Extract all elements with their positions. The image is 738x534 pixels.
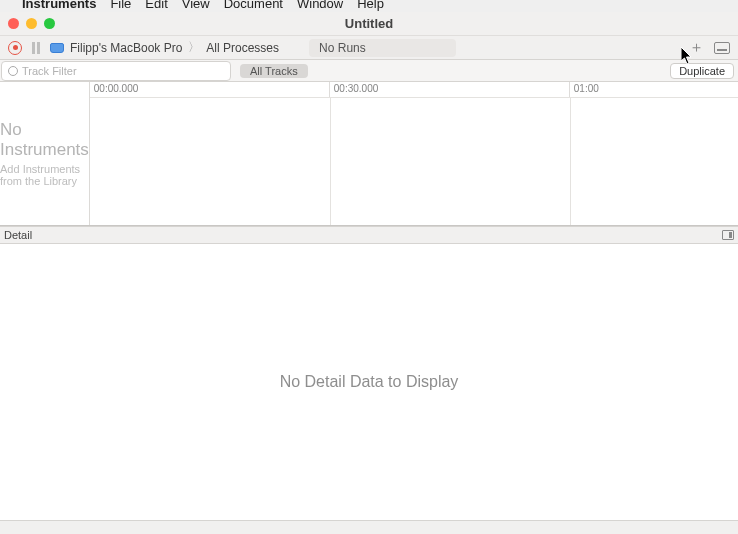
pause-button[interactable] [32,42,40,54]
target-selector[interactable]: Filipp's MacBook Pro 〉 All Processes [50,39,279,56]
library-toggle-button[interactable] [714,42,730,54]
menu-help[interactable]: Help [357,0,384,11]
ruler-tick: 01:00 [570,82,738,97]
timeline-area: No Instruments Add Instruments from the … [0,82,738,226]
device-icon [50,43,64,53]
scope-icon [8,66,18,76]
menu-file[interactable]: File [110,0,131,11]
timeline-tracks[interactable]: 00:00.000 00:30.000 01:00 [90,82,738,225]
inspector-toggle-icon[interactable] [722,230,734,240]
track-filter-row: All Tracks Duplicate [0,60,738,82]
menu-window[interactable]: Window [297,0,343,11]
close-window-button[interactable] [8,18,19,29]
run-selector[interactable]: No Runs [309,39,456,57]
time-ruler[interactable]: 00:00.000 00:30.000 01:00 [90,82,738,98]
ruler-tick: 00:30.000 [330,82,570,97]
menu-view[interactable]: View [182,0,210,11]
detail-tab[interactable]: Detail [4,229,32,241]
duplicate-button[interactable]: Duplicate [670,63,734,79]
status-bar [0,520,738,534]
detail-header: Detail [0,226,738,244]
track-scope-button[interactable]: All Tracks [240,64,308,78]
target-process: All Processes [206,41,279,55]
instrument-list[interactable]: No Instruments Add Instruments from the … [0,82,90,225]
window-title: Untitled [345,16,393,31]
traffic-lights [8,18,55,29]
zoom-window-button[interactable] [44,18,55,29]
detail-area: No Detail Data to Display [0,244,738,520]
add-instrument-button[interactable]: ＋ [689,38,704,57]
track-body [90,98,738,225]
app-menu[interactable]: Instruments [22,0,96,11]
target-device: Filipp's MacBook Pro [70,41,182,55]
system-menubar: Instruments File Edit View Document Wind… [0,0,738,12]
chevron-right-icon: 〉 [188,39,200,56]
track-filter-input[interactable] [22,65,224,77]
add-instruments-hint: Add Instruments from the Library [0,163,89,187]
menu-edit[interactable]: Edit [145,0,167,11]
menu-document[interactable]: Document [224,0,283,11]
minimize-window-button[interactable] [26,18,37,29]
detail-empty-label: No Detail Data to Display [280,373,459,391]
ruler-tick: 00:00.000 [90,82,330,97]
record-button[interactable] [8,41,22,55]
window-titlebar: Untitled [0,12,738,36]
toolbar: Filipp's MacBook Pro 〉 All Processes No … [0,36,738,60]
no-instruments-label: No Instruments [0,120,89,160]
track-filter-field[interactable] [1,61,231,81]
